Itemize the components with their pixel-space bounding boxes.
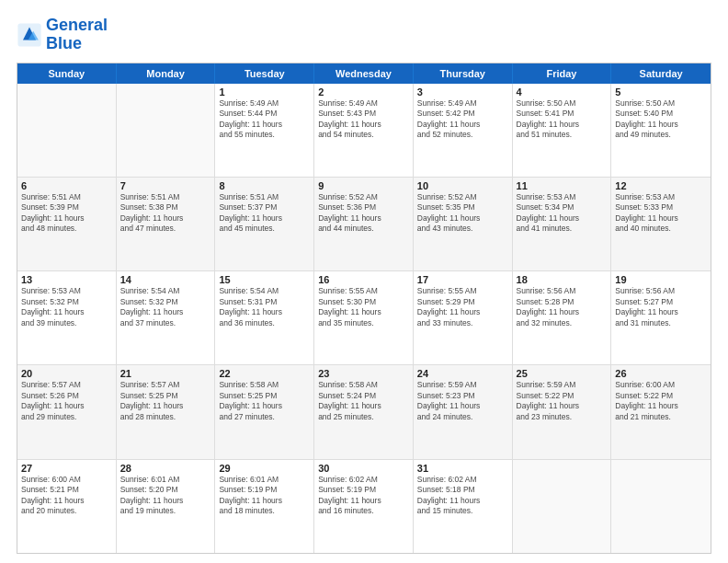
calendar-cell: 5Sunrise: 5:50 AM Sunset: 5:40 PM Daylig… [611,84,711,177]
day-number: 27 [21,463,112,474]
day-detail: Sunrise: 6:02 AM Sunset: 5:19 PM Dayligh… [318,475,409,517]
calendar-cell [17,84,117,177]
day-detail: Sunrise: 6:01 AM Sunset: 5:19 PM Dayligh… [219,475,310,517]
day-detail: Sunrise: 5:51 AM Sunset: 5:39 PM Dayligh… [21,192,112,235]
calendar-cell: 23Sunrise: 5:58 AM Sunset: 5:24 PM Dayli… [314,365,414,458]
calendar-cell: 28Sunrise: 6:01 AM Sunset: 5:20 PM Dayli… [117,460,216,553]
calendar-cell: 3Sunrise: 5:49 AM Sunset: 5:42 PM Daylig… [414,84,513,177]
calendar-cell: 18Sunrise: 5:56 AM Sunset: 5:28 PM Dayli… [513,271,612,364]
calendar-cell: 19Sunrise: 5:56 AM Sunset: 5:27 PM Dayli… [611,271,711,364]
day-number: 21 [120,368,211,379]
day-detail: Sunrise: 5:54 AM Sunset: 5:32 PM Dayligh… [120,286,211,328]
day-number: 17 [417,274,508,285]
calendar-cell: 2Sunrise: 5:49 AM Sunset: 5:43 PM Daylig… [314,84,414,177]
day-detail: Sunrise: 5:59 AM Sunset: 5:22 PM Dayligh… [517,380,608,422]
calendar-cell: 20Sunrise: 5:57 AM Sunset: 5:26 PM Dayli… [17,365,117,458]
day-number: 6 [21,180,112,191]
calendar-body: 1Sunrise: 5:49 AM Sunset: 5:44 PM Daylig… [17,84,711,553]
calendar-cell: 26Sunrise: 6:00 AM Sunset: 5:22 PM Dayli… [611,365,711,458]
day-number: 1 [219,86,310,98]
calendar-header: SundayMondayTuesdayWednesdayThursdayFrid… [17,63,711,84]
calendar-row-4: 27Sunrise: 6:00 AM Sunset: 5:21 PM Dayli… [17,459,711,553]
calendar-cell: 8Sunrise: 5:51 AM Sunset: 5:37 PM Daylig… [215,178,314,270]
day-number: 14 [120,274,211,285]
calendar-cell: 9Sunrise: 5:52 AM Sunset: 5:36 PM Daylig… [314,178,414,270]
day-detail: Sunrise: 5:55 AM Sunset: 5:29 PM Dayligh… [417,286,508,328]
weekday-header-saturday: Saturday [611,63,711,84]
day-number: 8 [219,180,310,191]
day-detail: Sunrise: 5:52 AM Sunset: 5:36 PM Dayligh… [318,192,409,235]
day-number: 26 [615,368,707,379]
weekday-header-thursday: Thursday [414,63,513,84]
calendar-cell: 21Sunrise: 5:57 AM Sunset: 5:25 PM Dayli… [117,365,216,458]
day-detail: Sunrise: 5:54 AM Sunset: 5:31 PM Dayligh… [219,286,310,328]
day-number: 24 [417,368,508,379]
calendar: SundayMondayTuesdayWednesdayThursdayFrid… [17,63,711,554]
day-detail: Sunrise: 5:59 AM Sunset: 5:23 PM Dayligh… [417,380,508,422]
calendar-row-1: 6Sunrise: 5:51 AM Sunset: 5:39 PM Daylig… [17,177,711,270]
calendar-cell: 12Sunrise: 5:53 AM Sunset: 5:33 PM Dayli… [611,178,711,270]
logo-text: General Blue [46,17,108,53]
day-detail: Sunrise: 5:57 AM Sunset: 5:25 PM Dayligh… [120,380,211,422]
calendar-cell: 30Sunrise: 6:02 AM Sunset: 5:19 PM Dayli… [314,460,414,553]
day-number: 11 [517,180,608,191]
logo: General Blue [17,17,108,53]
calendar-row-3: 20Sunrise: 5:57 AM Sunset: 5:26 PM Dayli… [17,364,711,458]
day-number: 12 [615,180,707,191]
day-number: 28 [120,463,211,474]
day-number: 2 [318,86,409,98]
calendar-cell: 10Sunrise: 5:52 AM Sunset: 5:35 PM Dayli… [414,178,513,270]
calendar-cell: 13Sunrise: 5:53 AM Sunset: 5:32 PM Dayli… [17,271,117,364]
page: General Blue SundayMondayTuesdayWednesda… [0,0,728,563]
calendar-cell: 29Sunrise: 6:01 AM Sunset: 5:19 PM Dayli… [215,460,314,553]
day-detail: Sunrise: 5:56 AM Sunset: 5:28 PM Dayligh… [517,286,608,328]
day-detail: Sunrise: 5:58 AM Sunset: 5:24 PM Dayligh… [318,380,409,422]
weekday-header-sunday: Sunday [17,63,117,84]
day-detail: Sunrise: 6:00 AM Sunset: 5:21 PM Dayligh… [21,475,112,517]
calendar-cell: 4Sunrise: 5:50 AM Sunset: 5:41 PM Daylig… [513,84,612,177]
calendar-cell: 1Sunrise: 5:49 AM Sunset: 5:44 PM Daylig… [215,84,314,177]
day-detail: Sunrise: 5:49 AM Sunset: 5:43 PM Dayligh… [318,98,409,141]
day-number: 25 [517,368,608,379]
day-detail: Sunrise: 5:53 AM Sunset: 5:33 PM Dayligh… [615,192,707,235]
calendar-cell: 17Sunrise: 5:55 AM Sunset: 5:29 PM Dayli… [414,271,513,364]
day-number: 16 [318,274,409,285]
calendar-cell: 11Sunrise: 5:53 AM Sunset: 5:34 PM Dayli… [513,178,612,270]
day-number: 3 [417,86,508,98]
day-detail: Sunrise: 5:52 AM Sunset: 5:35 PM Dayligh… [417,192,508,235]
calendar-cell: 27Sunrise: 6:00 AM Sunset: 5:21 PM Dayli… [17,460,117,553]
weekday-header-tuesday: Tuesday [215,63,314,84]
day-detail: Sunrise: 5:53 AM Sunset: 5:32 PM Dayligh… [21,286,112,328]
day-number: 7 [120,180,211,191]
day-number: 5 [615,86,707,98]
logo-icon [17,22,42,48]
weekday-header-friday: Friday [513,63,612,84]
day-detail: Sunrise: 6:00 AM Sunset: 5:22 PM Dayligh… [615,380,707,422]
calendar-cell: 15Sunrise: 5:54 AM Sunset: 5:31 PM Dayli… [215,271,314,364]
calendar-cell [513,460,612,553]
day-number: 13 [21,274,112,285]
calendar-cell [611,460,711,553]
calendar-cell: 7Sunrise: 5:51 AM Sunset: 5:38 PM Daylig… [117,178,216,270]
day-detail: Sunrise: 5:49 AM Sunset: 5:44 PM Dayligh… [219,98,310,141]
day-number: 30 [318,463,409,474]
day-number: 4 [517,86,608,98]
header: General Blue [17,17,711,53]
calendar-cell: 16Sunrise: 5:55 AM Sunset: 5:30 PM Dayli… [314,271,414,364]
weekday-header-wednesday: Wednesday [314,63,414,84]
day-detail: Sunrise: 5:56 AM Sunset: 5:27 PM Dayligh… [615,286,707,328]
calendar-cell: 22Sunrise: 5:58 AM Sunset: 5:25 PM Dayli… [215,365,314,458]
day-number: 9 [318,180,409,191]
calendar-cell: 31Sunrise: 6:02 AM Sunset: 5:18 PM Dayli… [414,460,513,553]
calendar-row-0: 1Sunrise: 5:49 AM Sunset: 5:44 PM Daylig… [17,84,711,177]
calendar-cell: 24Sunrise: 5:59 AM Sunset: 5:23 PM Dayli… [414,365,513,458]
calendar-cell [117,84,216,177]
day-number: 10 [417,180,508,191]
calendar-cell: 14Sunrise: 5:54 AM Sunset: 5:32 PM Dayli… [117,271,216,364]
day-detail: Sunrise: 5:50 AM Sunset: 5:40 PM Dayligh… [615,98,707,141]
day-number: 19 [615,274,707,285]
day-number: 31 [417,463,508,474]
day-number: 23 [318,368,409,379]
day-detail: Sunrise: 5:51 AM Sunset: 5:37 PM Dayligh… [219,192,310,235]
day-number: 20 [21,368,112,379]
